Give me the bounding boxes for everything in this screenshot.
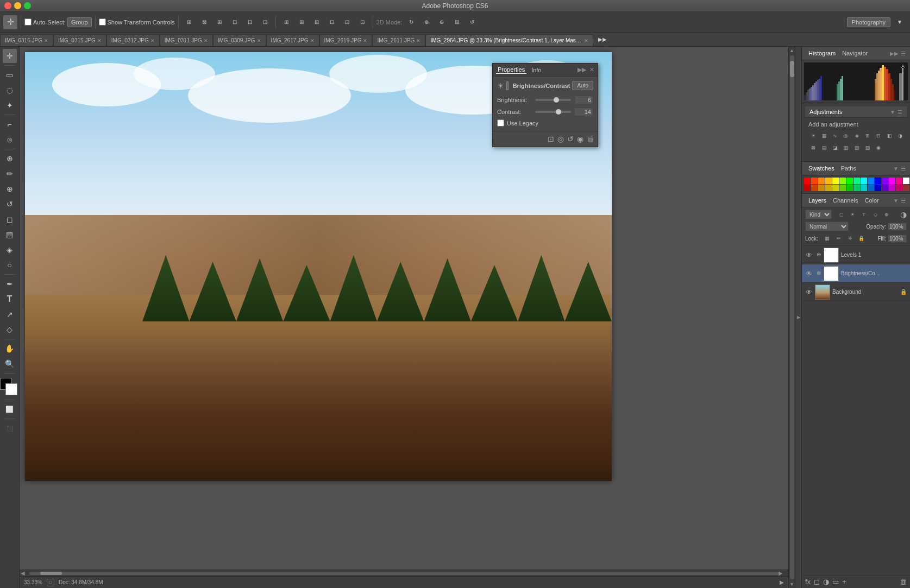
curves-adj[interactable]: ∿ <box>830 131 840 141</box>
scroll-thumb-h[interactable] <box>40 572 62 575</box>
shape-tool[interactable]: ◇ <box>3 323 17 337</box>
align-bottom[interactable]: ⊡ <box>258 15 272 29</box>
scroll-right-btn[interactable]: ▶ <box>779 570 787 576</box>
filter-shape[interactable]: ◇ <box>870 210 880 219</box>
swatch-color[interactable] <box>882 178 888 184</box>
exposure-adj[interactable]: ◎ <box>841 131 851 141</box>
eraser-tool[interactable]: ◻ <box>3 212 17 226</box>
swatch-color[interactable] <box>846 185 853 191</box>
dist-center-v[interactable]: ⊡ <box>340 15 354 29</box>
dist-top[interactable]: ⊡ <box>325 15 339 29</box>
contrast-slider-thumb[interactable] <box>556 109 561 115</box>
layers-menu[interactable]: ☰ <box>901 198 906 204</box>
tab-img0311[interactable]: IMG_0311.JPG ✕ <box>160 34 213 46</box>
swatch-color[interactable] <box>839 178 846 184</box>
panel-collapse-button[interactable]: ▶ <box>795 47 801 588</box>
threshold-adj[interactable]: ▧ <box>852 143 862 153</box>
tab-close-0316[interactable]: ✕ <box>44 38 48 43</box>
lock-pixels[interactable]: ✏ <box>834 233 844 243</box>
swatch-color[interactable] <box>804 178 811 184</box>
bw-adj[interactable]: ◧ <box>884 131 894 141</box>
move-tool[interactable]: ✛ <box>3 49 17 63</box>
scroll-track-h[interactable] <box>29 572 779 575</box>
transform-controls-checkbox[interactable] <box>99 18 106 26</box>
quick-mask-mode[interactable]: ⬜ <box>3 402 17 416</box>
swatch-color[interactable] <box>818 178 825 184</box>
tab-img2964-active[interactable]: IMG_2964.JPG @ 33.3% (Brightness/Contras… <box>425 34 593 46</box>
tab-img0315[interactable]: IMG_0315.JPG ✕ <box>53 34 106 46</box>
lasso-tool[interactable]: ◌ <box>3 83 17 97</box>
dodge-tool[interactable]: ○ <box>3 258 17 272</box>
marquee-tool[interactable]: ▭ <box>3 68 17 82</box>
workspace-selector[interactable]: Photography <box>847 17 890 27</box>
tab-overflow-arrow[interactable]: ▶▶ <box>595 33 610 46</box>
eyedropper-tool[interactable]: ◎ <box>3 132 17 147</box>
layer-fx-btn[interactable]: fx <box>805 578 811 586</box>
magic-wand-tool[interactable]: ✦ <box>3 98 17 112</box>
reset-btn[interactable]: ↺ <box>567 135 574 143</box>
path-select-tool[interactable]: ↗ <box>3 307 17 321</box>
invert-adj[interactable]: ◪ <box>830 143 840 153</box>
background-color[interactable] <box>5 383 17 395</box>
clone-stamp-tool[interactable]: ⊕ <box>3 182 17 196</box>
swatch-color[interactable] <box>811 185 818 191</box>
lock-position[interactable]: ✛ <box>845 233 855 243</box>
properties-expand[interactable]: ▶▶ <box>578 66 586 73</box>
tab-close-2611[interactable]: ✕ <box>416 38 421 43</box>
layer-group-btn[interactable]: ▭ <box>832 578 839 586</box>
swatch-color[interactable] <box>832 178 839 184</box>
hsl-adj[interactable]: ⊞ <box>863 131 873 141</box>
histogram-menu[interactable]: ☰ <box>901 50 906 56</box>
window-controls[interactable] <box>4 2 31 9</box>
swatch-color[interactable] <box>853 185 860 191</box>
layer-visibility-background[interactable]: 👁 <box>805 288 813 296</box>
delete-layer-btn[interactable]: 🗑 <box>587 135 594 143</box>
view-previous-state-btn[interactable]: ◎ <box>557 135 564 143</box>
zoom-indicator[interactable]: □ <box>47 579 54 586</box>
properties-tab[interactable]: Properties <box>496 66 526 74</box>
swatch-color[interactable] <box>896 185 902 191</box>
layer-link-levels1[interactable]: ⊕ <box>815 251 823 259</box>
tab-img2619[interactable]: IMG_2619.JPG ✕ <box>319 34 373 46</box>
screen-mode[interactable]: ⬛ <box>3 421 17 435</box>
layer-mask-btn[interactable]: ◻ <box>814 578 820 586</box>
swatch-color[interactable] <box>825 185 832 191</box>
color-balance-adj[interactable]: ⊟ <box>874 131 883 141</box>
new-layer-btn[interactable]: + <box>842 578 846 586</box>
canvas-vertical-scrollbar[interactable]: ▲ ▼ <box>788 47 795 588</box>
tab-close-2964[interactable]: ✕ <box>584 38 588 43</box>
pen-tool[interactable]: ✒ <box>3 277 17 291</box>
dist-left[interactable]: ⊞ <box>279 15 293 29</box>
dist-bottom[interactable]: ⊡ <box>355 15 369 29</box>
filter-smart[interactable]: ⊕ <box>882 210 892 219</box>
dist-right[interactable]: ⊞ <box>310 15 324 29</box>
swatch-color[interactable] <box>875 178 881 184</box>
channel-mixer-adj[interactable]: ⊠ <box>808 143 818 153</box>
align-center-v[interactable]: ⊡ <box>243 15 257 29</box>
swatches-expand[interactable]: ▼ <box>893 166 899 172</box>
properties-close[interactable]: ✕ <box>589 66 594 73</box>
align-center-h[interactable]: ⊠ <box>197 15 211 29</box>
opacity-input[interactable] <box>888 223 907 231</box>
layer-item-brightness[interactable]: 👁 ⊕ Brightness/Co... <box>802 264 910 283</box>
brightness-value-input[interactable] <box>574 96 593 104</box>
layer-item-background[interactable]: 👁 Background 🔒 <box>802 283 910 301</box>
adjustments-menu[interactable]: ☰ <box>898 109 902 115</box>
contrast-value-input[interactable] <box>574 108 593 116</box>
color-lookup-adj[interactable]: ▤ <box>819 143 829 153</box>
swatch-color[interactable] <box>875 185 881 191</box>
color-tab[interactable]: Color <box>863 196 881 205</box>
maximize-button[interactable] <box>24 2 31 9</box>
swatch-color[interactable] <box>846 178 853 184</box>
brightness-contrast-adj[interactable]: ☀ <box>808 131 818 141</box>
history-brush-tool[interactable]: ↺ <box>3 197 17 211</box>
layers-expand[interactable]: ▼ <box>893 198 899 204</box>
info-tab[interactable]: Info <box>530 66 543 74</box>
align-left[interactable]: ⊞ <box>182 15 196 29</box>
type-tool[interactable]: T <box>3 292 17 306</box>
swatch-color[interactable] <box>868 185 874 191</box>
canvas-wrapper[interactable]: Properties Info ▶▶ ✕ ☀ Brightness/Contra… <box>20 47 788 570</box>
tab-close-0309[interactable]: ✕ <box>257 38 261 43</box>
brightness-slider-thumb[interactable] <box>554 97 559 103</box>
3d-pan[interactable]: ⊕ <box>419 15 434 29</box>
